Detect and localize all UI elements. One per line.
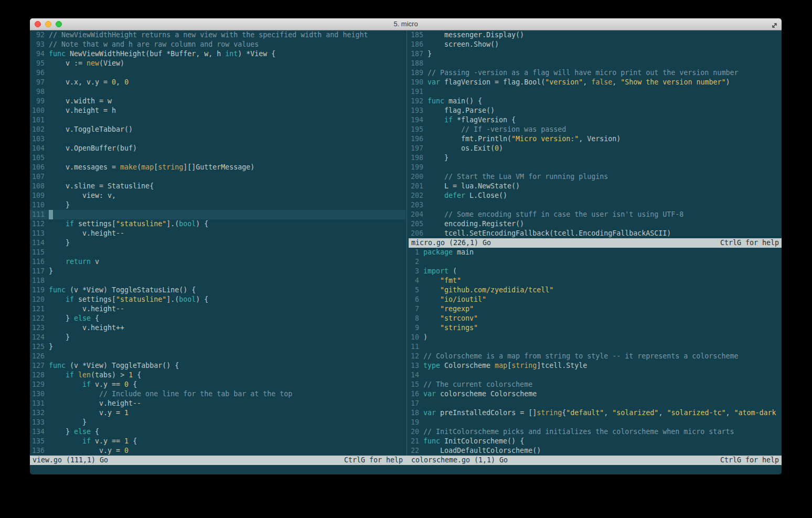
code-line[interactable]: 98: [30, 87, 405, 97]
code-line[interactable]: 186 screen.Show(): [409, 40, 782, 49]
code-line[interactable]: 11: [409, 342, 782, 352]
code-line[interactable]: 117}: [30, 267, 405, 276]
code-line[interactable]: 202 defer L.Close(): [409, 191, 782, 200]
code-line[interactable]: 121 v.height--: [30, 304, 405, 314]
code-line[interactable]: 190var flagVersion = flag.Bool("version"…: [409, 78, 782, 87]
code-line[interactable]: 197 os.Exit(0): [409, 144, 782, 153]
code-line[interactable]: 192func main() {: [409, 97, 782, 106]
code-line[interactable]: 9 "strings": [409, 323, 782, 333]
code-line[interactable]: 124 }: [30, 333, 405, 342]
code-line[interactable]: 103: [30, 134, 405, 144]
code-line[interactable]: 132 v.y = 1: [30, 408, 405, 418]
code-line[interactable]: 14: [409, 371, 782, 380]
code-line[interactable]: 193 flag.Parse(): [409, 106, 782, 115]
code-line[interactable]: 7 "regexp": [409, 304, 782, 314]
code-line[interactable]: 109 view: v,: [30, 191, 405, 200]
code-line[interactable]: 96: [30, 68, 405, 78]
code-line[interactable]: 200 // Start the Lua VM for running plug…: [409, 172, 782, 182]
code-line[interactable]: 95 v := new(View): [30, 59, 405, 68]
pane-view[interactable]: 92// NewViewWidthHeight returns a new vi…: [30, 30, 405, 456]
code-line[interactable]: 127func (v *View) ToggleTabbar() {: [30, 361, 405, 371]
code-line[interactable]: 119func (v *View) ToggleStatusLine() {: [30, 286, 405, 295]
code-line[interactable]: 6 "io/ioutil": [409, 295, 782, 304]
code-line[interactable]: 101: [30, 115, 405, 125]
code-line[interactable]: 201 L = lua.NewState(): [409, 182, 782, 191]
code-line[interactable]: 123 v.height++: [30, 323, 405, 333]
code-line[interactable]: 135 if v.y == 1 {: [30, 437, 405, 446]
code-line[interactable]: 185 messenger.Display(): [409, 30, 782, 40]
code-line[interactable]: 112 if settings["statusline"].(bool) {: [30, 219, 405, 229]
code-line[interactable]: 118: [30, 276, 405, 286]
code-line[interactable]: 13type Colorscheme map[string]tcell.Styl…: [409, 361, 782, 371]
code-line[interactable]: 125}: [30, 342, 405, 352]
code-line[interactable]: 104 v.OpenBuffer(buf): [30, 144, 405, 153]
code-line[interactable]: 115: [30, 248, 405, 257]
code-line[interactable]: 18var preInstalledColors = []string{"def…: [409, 408, 782, 418]
code-line[interactable]: 126: [30, 352, 405, 361]
code-line[interactable]: 102 v.ToggleTabbar(): [30, 125, 405, 134]
code-line[interactable]: 194 if *flagVersion {: [409, 115, 782, 125]
code-line[interactable]: 21func InitColorscheme() {: [409, 437, 782, 446]
code-line[interactable]: 15// The current colorscheme: [409, 380, 782, 389]
code-text: // If -version was passed: [428, 125, 566, 134]
code-line[interactable]: 199: [409, 163, 782, 172]
resize-icon[interactable]: [771, 21, 778, 28]
pane-view-lines: 92// NewViewWidthHeight returns a new vi…: [30, 30, 405, 456]
code-line[interactable]: 10): [409, 333, 782, 342]
code-line[interactable]: 20// InitColorscheme picks and initializ…: [409, 427, 782, 437]
code-line[interactable]: 136 v.y = 0: [30, 446, 405, 456]
code-line[interactable]: 203: [409, 200, 782, 210]
code-line[interactable]: 128 if len(tabs) > 1 {: [30, 371, 405, 380]
code-line[interactable]: 133 }: [30, 418, 405, 427]
code-line[interactable]: 206 tcell.SetEncodingFallback(tcell.Enco…: [409, 229, 782, 238]
code-line[interactable]: 1package main: [409, 248, 782, 257]
code-line[interactable]: 191: [409, 87, 782, 97]
code-line[interactable]: 105: [30, 153, 405, 163]
code-line[interactable]: 106 v.messages = make(map[string][]Gutte…: [30, 163, 405, 172]
code-line[interactable]: 94func NewViewWidthHeight(buf *Buffer, w…: [30, 49, 405, 59]
code-text: var flagVersion = flag.Bool("version", f…: [428, 78, 730, 87]
pane-colorscheme[interactable]: 1package main23import (4 "fmt"5 "github.…: [409, 248, 782, 456]
code-line[interactable]: 189// Passing -version as a flag will ha…: [409, 68, 782, 78]
code-line[interactable]: 134 } else {: [30, 427, 405, 437]
code-line[interactable]: 107: [30, 172, 405, 182]
code-line[interactable]: 122 } else {: [30, 314, 405, 323]
code-line[interactable]: 22 LoadDefaultColorscheme(): [409, 446, 782, 456]
code-line[interactable]: 205 encoding.Register(): [409, 219, 782, 229]
code-line[interactable]: 92// NewViewWidthHeight returns a new vi…: [30, 30, 405, 40]
pane-micro[interactable]: 185 messenger.Display()186 screen.Show()…: [409, 30, 782, 238]
code-line[interactable]: 120 if settings["statusline"].(bool) {: [30, 295, 405, 304]
code-line[interactable]: 196 fmt.Println("Micro version:", Versio…: [409, 134, 782, 144]
code-line[interactable]: 195 // If -version was passed: [409, 125, 782, 134]
code-line[interactable]: 99 v.width = w: [30, 97, 405, 106]
code-line[interactable]: 114 }: [30, 238, 405, 248]
code-line[interactable]: 130 // Include one line for the tab bar …: [30, 389, 405, 399]
code-line[interactable]: 111: [30, 210, 405, 219]
code-line[interactable]: 3import (: [409, 267, 782, 276]
code-line[interactable]: 131 v.height--: [30, 399, 405, 408]
code-line[interactable]: 187}: [409, 49, 782, 59]
code-line[interactable]: 12// Colorscheme is a map from string to…: [409, 352, 782, 361]
code-line[interactable]: 19: [409, 418, 782, 427]
window-titlebar[interactable]: 5. micro: [30, 18, 782, 30]
code-line[interactable]: 108 v.sline = Statusline{: [30, 182, 405, 191]
code-line[interactable]: 16var colorscheme Colorscheme: [409, 389, 782, 399]
code-line[interactable]: 4 "fmt": [409, 276, 782, 286]
code-line[interactable]: 113 v.height--: [30, 229, 405, 238]
code-line[interactable]: 2: [409, 257, 782, 267]
code-line[interactable]: 5 "github.com/zyedidia/tcell": [409, 286, 782, 295]
split-divider[interactable]: [405, 30, 409, 456]
line-number: 201: [409, 182, 428, 191]
code-line[interactable]: 129 if v.y == 0 {: [30, 380, 405, 389]
code-line[interactable]: 110 }: [30, 200, 405, 210]
code-line[interactable]: 8 "strconv": [409, 314, 782, 323]
code-line[interactable]: 97 v.x, v.y = 0, 0: [30, 78, 405, 87]
code-line[interactable]: 100 v.height = h: [30, 106, 405, 115]
code-line[interactable]: 198 }: [409, 153, 782, 163]
code-line[interactable]: 116 return v: [30, 257, 405, 267]
code-text: func (v *View) ToggleStatusLine() {: [49, 286, 196, 295]
code-line[interactable]: 188: [409, 59, 782, 68]
code-line[interactable]: 17: [409, 399, 782, 408]
code-line[interactable]: 93// Note that w and h are raw column an…: [30, 40, 405, 49]
code-line[interactable]: 204 // Some encoding stuff in case the u…: [409, 210, 782, 219]
